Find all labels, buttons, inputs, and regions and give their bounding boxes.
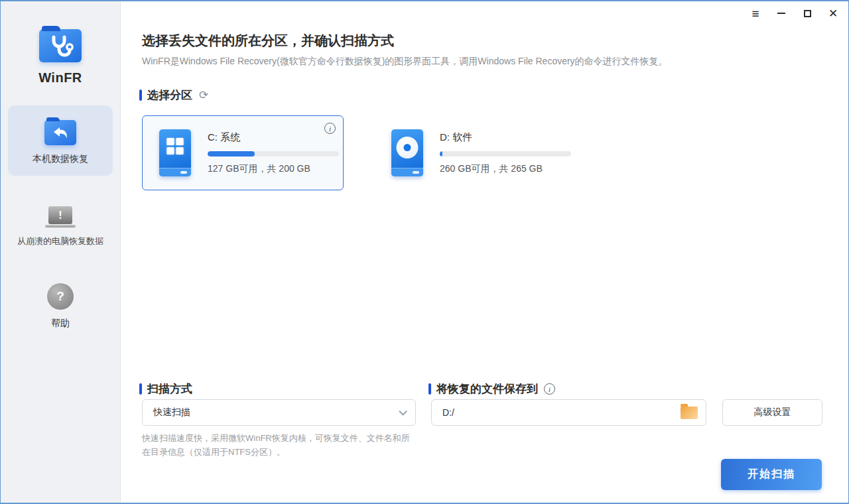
- drive-usage-text: 127 GB可用，共 200 GB: [208, 163, 339, 175]
- page-title: 选择丢失文件的所在分区，并确认扫描方式: [142, 32, 394, 50]
- help-question-icon: ?: [47, 283, 74, 310]
- close-icon[interactable]: ✕: [826, 6, 840, 21]
- sidebar-item-local-recovery[interactable]: 本机数据恢复: [8, 105, 113, 176]
- info-icon[interactable]: i: [544, 383, 555, 395]
- start-scan-button[interactable]: 开始扫描: [721, 459, 822, 490]
- sidebar-item-label: 帮助: [12, 318, 109, 330]
- save-path-title: 将恢复的文件保存到: [436, 381, 538, 397]
- partition-section-header: 选择分区 ⟳: [139, 88, 208, 103]
- crashed-pc-icon: !: [44, 206, 76, 227]
- drive-name: C: 系统: [208, 131, 339, 144]
- menu-icon[interactable]: ≡: [748, 6, 763, 21]
- sidebar: WinFR 本机数据恢复 ! 从崩溃的电脑恢复数据 ?: [1, 1, 121, 503]
- system-drive-icon: [159, 129, 191, 176]
- scan-mode-description: 快速扫描速度快，采用微软WinFR恢复内核，可恢复文件、文件名和所在目录信息（仅…: [142, 431, 418, 460]
- app-name: WinFR: [1, 70, 120, 86]
- scan-mode-select[interactable]: 快速扫描: [142, 399, 416, 426]
- drive-card-c[interactable]: i C: 系统 127 GB可用，共 200 GB: [142, 115, 344, 190]
- scan-mode-section-header: 扫描方式: [139, 381, 192, 397]
- disc-drive-icon: [391, 129, 423, 176]
- disc-icon: [397, 137, 419, 158]
- app-logo-folder-icon: [39, 29, 82, 62]
- minimize-icon[interactable]: [774, 6, 789, 21]
- drive-usage-bar: [208, 151, 339, 157]
- refresh-icon[interactable]: ⟳: [199, 90, 208, 101]
- save-path-field: [431, 399, 706, 426]
- sidebar-item-help[interactable]: ? 帮助: [8, 267, 113, 340]
- sidebar-item-label: 本机数据恢复: [12, 153, 109, 165]
- windows-logo-icon: [167, 138, 184, 155]
- drive-usage-text: 260 GB可用，共 265 GB: [440, 163, 571, 175]
- recover-folder-icon: [44, 120, 76, 145]
- section-accent-bar: [139, 90, 142, 101]
- scan-mode-title: 扫描方式: [147, 381, 192, 397]
- drive-name: D: 软件: [440, 131, 571, 144]
- sidebar-nav: 本机数据恢复 ! 从崩溃的电脑恢复数据 ? 帮助: [1, 105, 120, 349]
- partition-section-title: 选择分区: [147, 88, 192, 103]
- section-accent-bar: [428, 383, 431, 395]
- drive-usage-bar: [440, 151, 571, 157]
- section-accent-bar: [139, 383, 142, 395]
- maximize-icon[interactable]: [800, 6, 815, 21]
- advanced-settings-button[interactable]: 高级设置: [722, 399, 822, 426]
- sidebar-item-crashed-pc-recovery[interactable]: ! 从崩溃的电脑恢复数据: [8, 185, 113, 258]
- info-icon[interactable]: i: [324, 123, 336, 134]
- stethoscope-icon: [46, 34, 75, 58]
- page-subtitle: WinFR是Windows File Recovery(微软官方命令行数据恢复)…: [142, 56, 668, 68]
- save-path-section-header: 将恢复的文件保存到 i: [428, 381, 555, 397]
- window-controls: ≡ ✕: [737, 6, 840, 21]
- folder-browse-icon[interactable]: [681, 407, 698, 419]
- drive-card-d[interactable]: D: 软件 260 GB可用，共 265 GB: [374, 115, 576, 190]
- drive-card-list: i C: 系统 127 GB可用，共 200 GB: [142, 115, 576, 190]
- scan-mode-selected-value: 快速扫描: [153, 407, 190, 418]
- main-content: 选择丢失文件的所在分区，并确认扫描方式 WinFR是Windows File R…: [121, 1, 848, 503]
- sidebar-item-label: 从崩溃的电脑恢复数据: [12, 235, 109, 247]
- chevron-down-icon: [399, 407, 407, 416]
- app-window: ≡ ✕ WinFR 本机数据恢复: [0, 0, 849, 504]
- save-path-input[interactable]: [442, 407, 681, 418]
- app-logo: WinFR: [1, 29, 120, 86]
